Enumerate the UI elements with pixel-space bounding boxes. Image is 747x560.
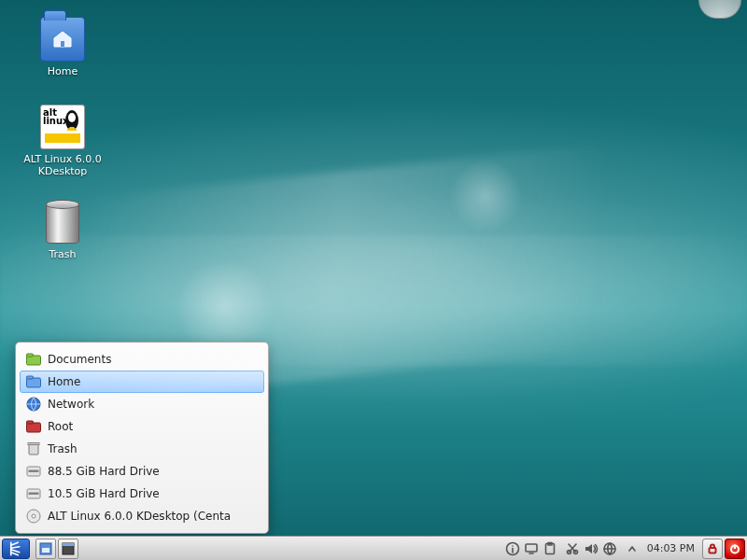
hard-drive-icon [25, 485, 42, 502]
home-folder-icon [25, 373, 42, 390]
svg-rect-9 [27, 421, 34, 424]
places-item[interactable]: Network [20, 393, 264, 415]
desktop-icon-trash[interactable]: Trash [21, 200, 105, 260]
svg-rect-21 [63, 543, 74, 546]
svg-rect-19 [42, 548, 49, 553]
activity-manager-button[interactable] [58, 539, 78, 559]
desktop-icon-label: Trash [21, 248, 105, 260]
tray-scissors-icon[interactable] [563, 539, 582, 558]
trash-icon [25, 441, 42, 457]
svg-rect-25 [526, 544, 537, 552]
places-item-label: Documents [48, 353, 111, 366]
desktop-icon-label: Home [21, 65, 105, 77]
svg-point-2 [68, 113, 76, 122]
trash-icon [40, 200, 85, 245]
places-item[interactable]: Root [20, 415, 264, 438]
tray-display-icon[interactable] [522, 539, 541, 558]
root-folder-icon [25, 418, 42, 435]
places-item-label: Root [48, 420, 73, 433]
places-item-label: Trash [48, 442, 78, 455]
taskbar: 04:03 PM [0, 536, 747, 560]
svg-rect-4 [27, 354, 34, 357]
svg-rect-6 [27, 376, 34, 379]
places-item[interactable]: Trash [20, 438, 264, 460]
desktop-icon-home[interactable]: Home [21, 17, 105, 77]
places-item[interactable]: 88.5 GiB Hard Drive [20, 460, 264, 483]
places-item[interactable]: Documents [20, 348, 264, 371]
taskbar-clock[interactable]: 04:03 PM [641, 542, 700, 554]
places-item[interactable]: ALT Linux 6.0.0 KDesktop (Centa [20, 505, 264, 527]
shutdown-button[interactable] [725, 539, 745, 559]
svg-point-17 [32, 514, 35, 518]
places-item[interactable]: Home [20, 371, 264, 393]
kmenu-button[interactable] [2, 539, 30, 559]
network-icon [25, 396, 42, 413]
places-popup: DocumentsHomeNetworkRootTrash88.5 GiB Ha… [15, 342, 269, 534]
svg-rect-0 [61, 41, 64, 47]
places-item-label: Network [48, 398, 94, 411]
documents-folder-icon [25, 351, 42, 368]
tray-volume-icon[interactable] [582, 539, 600, 558]
tray-network-icon[interactable] [600, 539, 619, 558]
places-item-label: Home [48, 375, 80, 388]
tray-clipboard-icon[interactable] [541, 539, 559, 558]
svg-rect-13 [29, 470, 38, 472]
svg-rect-32 [710, 548, 716, 553]
svg-rect-15 [29, 493, 38, 495]
lock-screen-button[interactable] [702, 539, 723, 559]
hard-drive-icon [25, 463, 42, 480]
desktop-icon-label: ALT Linux 6.0.0 KDesktop [21, 153, 105, 177]
tray-info-icon[interactable] [503, 539, 522, 558]
show-desktop-button[interactable] [35, 539, 56, 559]
desktop-icon-altlinux[interactable]: altlinux ALT Linux 6.0.0 KDesktop [21, 105, 105, 177]
svg-rect-10 [29, 444, 38, 455]
places-item[interactable]: 10.5 GiB Hard Drive [20, 483, 264, 505]
altlinux-logo-icon: altlinux [40, 105, 85, 149]
home-folder-icon [40, 17, 85, 62]
places-item-label: 10.5 GiB Hard Drive [48, 487, 160, 500]
optical-disc-icon [25, 508, 42, 525]
svg-rect-11 [28, 443, 39, 445]
places-item-label: 88.5 GiB Hard Drive [48, 465, 160, 478]
tray-expand-arrow-icon[interactable] [623, 539, 641, 558]
places-item-label: ALT Linux 6.0.0 KDesktop (Centa [48, 510, 231, 523]
